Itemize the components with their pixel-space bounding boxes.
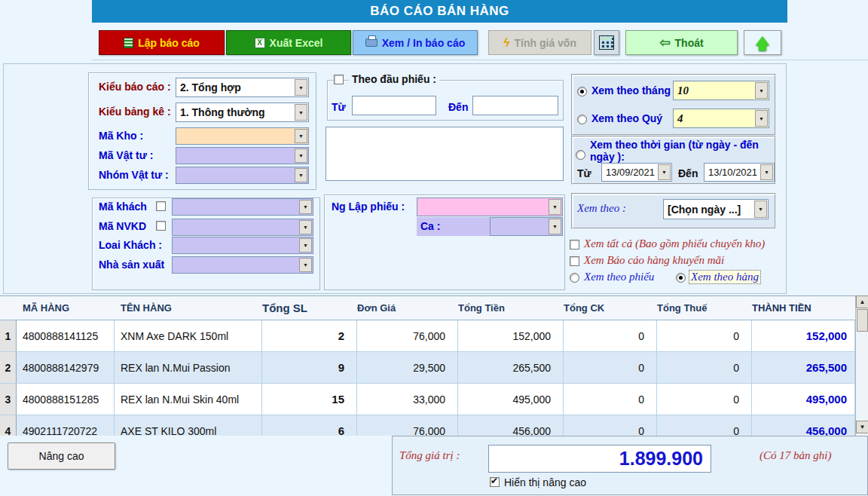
sales-staff-checkbox[interactable] — [156, 221, 166, 231]
shift-combo[interactable]: ▼ — [490, 217, 563, 236]
col-header-price[interactable]: Đơn Giá — [357, 302, 458, 314]
chevron-down-icon[interactable]: ▼ — [299, 258, 312, 272]
calc-cost-button[interactable]: ϟ Tính giá vốn — [488, 30, 591, 55]
chevron-down-icon[interactable]: ▼ — [299, 200, 312, 214]
range-from-date[interactable]: 13/09/2021 ▼ — [601, 163, 672, 182]
view-promo-checkbox[interactable] — [570, 256, 579, 266]
view-promo-label: Xem Báo cáo hàng khuyến mãi — [584, 254, 724, 267]
collapse-up-button[interactable] — [744, 30, 781, 55]
table-row[interactable]: 44902111720722AXE ST KILO 300ml676,00045… — [0, 415, 868, 436]
cell-amount: 495,000 — [752, 384, 855, 415]
chevron-down-icon[interactable]: ▼ — [755, 110, 768, 127]
results-table: MÃ HÀNGTÊN HÀNGTổng SLĐơn GiáTổng TiềnTổ… — [0, 295, 868, 436]
month-combo[interactable]: 10 ▼ — [673, 81, 769, 100]
view-by-voucher-radio[interactable] — [570, 273, 579, 283]
title-bar: BÁO CÁO BÁN HÀNG — [92, 0, 787, 23]
view-by-label: Xem theo : — [577, 202, 626, 215]
customer-type-label: Loai Khách : — [99, 239, 162, 251]
col-header-total[interactable]: Tổng Tiền — [458, 302, 564, 314]
chevron-down-icon[interactable]: ▼ — [658, 164, 671, 180]
quarter-value: 4 — [677, 112, 683, 125]
table-row[interactable]: 24800888142979REX lan N.Mui Passion929,5… — [0, 352, 868, 384]
view-all-checkbox[interactable] — [570, 240, 579, 250]
chevron-down-icon[interactable]: ▼ — [754, 201, 767, 218]
view-print-report-button[interactable]: Xem / In báo cáo — [353, 30, 478, 55]
scrollbar-thumb[interactable] — [857, 309, 868, 332]
excel-icon: X — [255, 38, 265, 48]
list-type-combo[interactable]: 1. Thông thường ▼ — [176, 103, 309, 122]
scroll-down-icon[interactable]: ▼ — [856, 421, 868, 433]
exit-label: Thoát — [675, 37, 704, 49]
cell-qty: 15 — [262, 384, 357, 415]
up-arrow-icon — [756, 36, 769, 45]
col-header-name[interactable]: TÊN HÀNG — [115, 302, 262, 314]
cell-name: REX lan N.Mui Passion — [115, 352, 262, 383]
scroll-up-icon[interactable]: ▲ — [856, 295, 868, 308]
calculator-button[interactable] — [594, 30, 619, 55]
view-all-label: Xem tất cả (Bao gồm phiếu chuyển kho) — [584, 237, 765, 250]
chevron-down-icon[interactable]: ▼ — [549, 199, 561, 215]
item-code-label: Mã Vật tư : — [99, 149, 153, 161]
creator-label: Ng Lập phiếu : — [332, 201, 405, 213]
chevron-down-icon[interactable]: ▼ — [299, 220, 312, 234]
cell-discount: 0 — [564, 352, 657, 383]
show-advanced-checkbox[interactable] — [490, 477, 500, 487]
warehouse-combo[interactable]: ▼ — [176, 127, 309, 145]
view-by-combo[interactable]: [Chọn ngày ...] ▼ — [663, 199, 769, 219]
chevron-down-icon[interactable]: ▼ — [299, 238, 312, 253]
view-by-month-radio[interactable] — [577, 87, 587, 96]
voucher-from-input[interactable] — [352, 96, 436, 115]
sales-staff-combo[interactable]: ▼ — [172, 219, 313, 236]
voucher-listbox[interactable] — [326, 127, 564, 181]
creator-combo[interactable]: ▼ — [417, 197, 563, 216]
customer-code-checkbox[interactable] — [156, 201, 166, 211]
cell-discount: 0 — [564, 320, 657, 351]
voucher-from-label: Từ — [332, 101, 346, 113]
cell-price: 76,000 — [357, 415, 458, 436]
chevron-down-icon[interactable]: ▼ — [295, 168, 307, 182]
col-header-code[interactable]: MÃ HÀNG — [17, 302, 115, 314]
chevron-down-icon[interactable]: ▼ — [760, 164, 773, 180]
view-by-item-radio[interactable] — [676, 273, 686, 283]
view-by-range-radio[interactable] — [576, 150, 585, 160]
voucher-to-input[interactable] — [472, 96, 558, 115]
col-header-qty[interactable]: Tổng SL — [262, 302, 357, 314]
item-group-combo[interactable]: ▼ — [176, 167, 309, 184]
chevron-down-icon[interactable]: ▼ — [295, 148, 307, 163]
chevron-down-icon[interactable]: ▼ — [549, 219, 561, 234]
cell-code: 4800888142979 — [17, 352, 115, 383]
cell-tax: 0 — [657, 415, 752, 436]
item-code-combo[interactable]: ▼ — [176, 147, 309, 164]
col-header-amount[interactable]: THÀNH TIỀN — [752, 302, 855, 314]
chevron-down-icon[interactable]: ▼ — [295, 79, 307, 96]
view-by-quarter-radio[interactable] — [577, 115, 587, 124]
col-header-tax[interactable]: Tổng Thuế — [657, 302, 752, 314]
report-type-combo[interactable]: 2. Tổng hợp ▼ — [176, 78, 309, 97]
manufacturer-combo[interactable]: ▼ — [172, 256, 313, 274]
total-value-label: Tổng giá trị : — [399, 449, 460, 462]
lightning-icon: ϟ — [503, 37, 509, 49]
table-row[interactable]: 34800888151285REX lan N.Mui Skin 40ml153… — [0, 384, 868, 415]
customer-type-combo[interactable]: ▼ — [172, 237, 313, 254]
list-type-value: 1. Thông thường — [180, 106, 265, 118]
quarter-combo[interactable]: 4 ▼ — [673, 109, 769, 128]
table-row[interactable]: 14800888141125XNM Axe DARK 150ml276,0001… — [0, 320, 868, 352]
customer-code-combo[interactable]: ▼ — [172, 198, 313, 216]
exit-button[interactable]: ⇦ Thoát — [625, 30, 738, 55]
by-voucher-checkbox[interactable] — [334, 75, 344, 84]
col-header-discount[interactable]: Tổng CK — [564, 302, 657, 314]
cell-price: 33,000 — [357, 384, 458, 415]
cell-code: 4800888141125 — [17, 320, 115, 351]
cell-amount: 152,000 — [752, 320, 855, 351]
range-to-value: 13/10/2021 — [708, 167, 757, 178]
create-report-button[interactable]: Lập báo cáo — [99, 30, 225, 55]
table-vertical-scrollbar[interactable]: ▲ ▼ — [855, 295, 868, 436]
chevron-down-icon[interactable]: ▼ — [295, 129, 307, 143]
chevron-down-icon[interactable]: ▼ — [755, 82, 768, 99]
cell-total: 495,000 — [458, 384, 564, 415]
range-from-label: Từ — [577, 167, 591, 179]
chevron-down-icon[interactable]: ▼ — [295, 104, 307, 121]
advanced-button[interactable]: Nâng cao — [8, 442, 115, 470]
export-excel-button[interactable]: X Xuất Excel — [226, 30, 351, 55]
range-to-date[interactable]: 13/10/2021 ▼ — [704, 163, 775, 182]
